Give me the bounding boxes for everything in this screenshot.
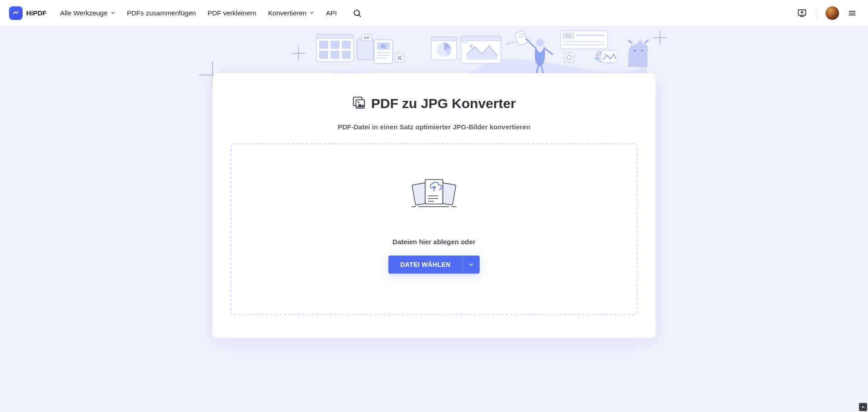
pdf-to-image-icon: [352, 96, 366, 111]
svg-point-58: [358, 101, 359, 103]
header-right: [795, 6, 859, 20]
svg-rect-21: [357, 39, 373, 60]
svg-rect-32: [461, 36, 501, 41]
choose-file-group: DATEI WÄHLEN: [388, 256, 479, 274]
svg-text:ZIP: ZIP: [364, 36, 370, 40]
download-desktop-button[interactable]: [795, 6, 809, 20]
nav-all-tools[interactable]: Alle Werkzeuge: [60, 9, 115, 17]
download-icon: [797, 8, 807, 18]
nav-compress-pdf[interactable]: PDF verkleinern: [208, 9, 256, 17]
tool-card: PDF zu JPG Konverter PDF-Datei in einen …: [212, 73, 656, 338]
chevron-down-icon: [468, 261, 474, 268]
svg-point-54: [634, 50, 636, 52]
search-icon: [353, 9, 362, 18]
page-title: PDF zu JPG Konverter: [371, 96, 516, 111]
chevron-down-icon: [309, 10, 314, 15]
chevron-down-icon: [110, 10, 115, 15]
svg-point-42: [536, 38, 544, 47]
page-body: ZIP W: [0, 26, 868, 412]
svg-rect-53: [607, 62, 612, 64]
hamburger-icon: [848, 9, 857, 18]
user-avatar[interactable]: [826, 6, 839, 20]
scroll-to-top-button[interactable]: [859, 403, 867, 411]
choose-file-dropdown[interactable]: [462, 256, 480, 274]
menu-button[interactable]: [845, 6, 859, 20]
svg-rect-16: [330, 41, 340, 49]
upload-illustration-icon: [407, 176, 461, 214]
svg-rect-18: [319, 51, 328, 59]
nav-merge-pdf-label: PDFs zusammenfügen: [127, 9, 196, 17]
svg-point-55: [641, 50, 643, 52]
main-nav: Alle Werkzeuge PDFs zusammenfügen PDF ve…: [60, 6, 364, 20]
search-button[interactable]: [350, 6, 364, 20]
nav-all-tools-label: Alle Werkzeuge: [60, 9, 108, 17]
dropzone-hint: Dateien hier ablegen oder: [392, 238, 475, 246]
brand-name: HiPDF: [26, 9, 47, 17]
svg-rect-17: [342, 41, 351, 49]
svg-point-34: [466, 42, 467, 43]
svg-rect-14: [316, 34, 354, 38]
svg-line-1: [359, 14, 361, 16]
svg-rect-19: [330, 51, 340, 59]
svg-point-52: [604, 53, 606, 56]
svg-text:W: W: [381, 43, 386, 50]
chevron-up-icon: [861, 405, 865, 409]
nav-convert[interactable]: Konvertieren: [268, 9, 314, 17]
dropzone[interactable]: Dateien hier ablegen oder DATEI WÄHLEN: [231, 143, 637, 315]
hero-illustration: ZIP W: [0, 26, 868, 76]
choose-file-button[interactable]: DATEI WÄHLEN: [388, 256, 462, 274]
svg-point-35: [469, 44, 473, 48]
card-header: PDF zu JPG Konverter PDF-Datei in einen …: [231, 87, 637, 131]
svg-rect-61: [425, 180, 443, 204]
nav-api[interactable]: API: [326, 9, 337, 17]
app-header: HiPDF Alle Werkzeuge PDFs zusammenfügen …: [0, 0, 868, 26]
page-subtitle: PDF-Datei in einen Satz optimierter JPG-…: [338, 123, 530, 131]
brand-logo[interactable]: HiPDF: [9, 6, 47, 20]
separator: [817, 7, 817, 19]
svg-rect-15: [319, 41, 328, 49]
svg-rect-39: [514, 30, 528, 45]
nav-compress-pdf-label: PDF verkleinern: [208, 9, 256, 17]
nav-merge-pdf[interactable]: PDFs zusammenfügen: [127, 9, 196, 17]
choose-file-label: DATEI WÄHLEN: [400, 261, 450, 268]
svg-rect-20: [342, 51, 351, 59]
nav-convert-label: Konvertieren: [268, 9, 307, 17]
svg-rect-37: [431, 37, 457, 41]
svg-text:PDF: PDF: [565, 34, 572, 38]
nav-api-label: API: [326, 9, 337, 17]
svg-point-33: [463, 42, 465, 43]
brand-mark-icon: [9, 6, 23, 20]
